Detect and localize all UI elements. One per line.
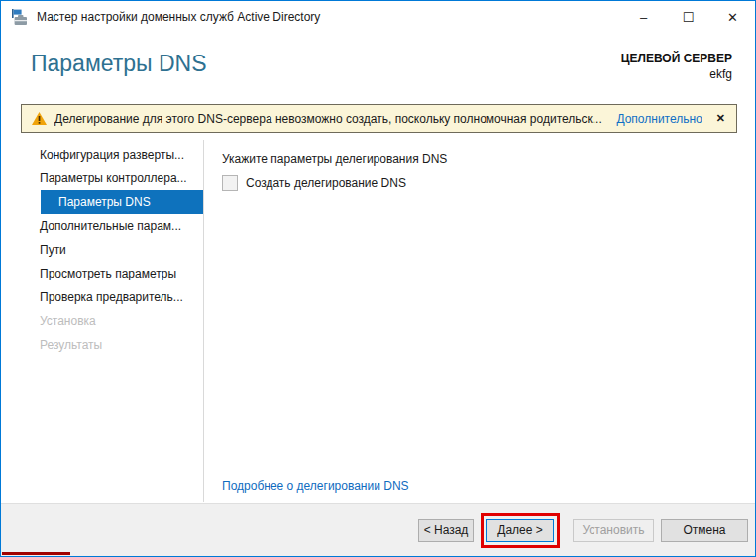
app-icon	[10, 9, 29, 26]
wizard-nav: Конфигурация разверты... Параметры контр…	[1, 140, 204, 502]
maximize-button[interactable]: ☐	[666, 1, 710, 33]
dns-delegation-help-link[interactable]: Подробнее о делегировании DNS	[222, 479, 409, 493]
warning-more-link[interactable]: Дополнительно	[616, 112, 702, 126]
create-dns-delegation-checkbox	[222, 175, 238, 191]
window-title: Мастер настройки доменных служб Active D…	[37, 10, 320, 24]
window-controls: – ☐ ✕	[621, 1, 755, 33]
instruction-text: Укажите параметры делегирования DNS	[222, 152, 447, 166]
target-server-block: ЦЕЛЕВОЙ СЕРВЕР ekfg	[621, 51, 732, 82]
red-line-artifact	[2, 552, 70, 555]
install-button: Установить	[573, 519, 654, 542]
create-dns-delegation-row: Создать делегирование DNS	[222, 175, 406, 191]
red-annotation-box: Далее >	[481, 513, 560, 548]
nav-item-deployment-configuration[interactable]: Конфигурация разверты...	[1, 143, 203, 167]
nav-item-results: Результаты	[1, 333, 203, 357]
target-server-label: ЦЕЛЕВОЙ СЕРВЕР	[621, 51, 732, 66]
warning-message: Делегирование для этого DNS-сервера нево…	[54, 112, 610, 126]
nav-item-additional-options[interactable]: Дополнительные парам...	[1, 214, 203, 238]
create-dns-delegation-label: Создать делегирование DNS	[246, 176, 406, 190]
back-button[interactable]: < Назад	[418, 519, 474, 542]
wizard-window: Мастер настройки доменных служб Active D…	[0, 0, 756, 557]
nav-item-domain-controller-options[interactable]: Параметры контроллера...	[1, 167, 203, 190]
cancel-button[interactable]: Отмена	[661, 519, 748, 542]
next-button[interactable]: Далее >	[486, 519, 554, 542]
close-button[interactable]: ✕	[710, 1, 755, 33]
titlebar: Мастер настройки доменных служб Active D…	[1, 1, 755, 33]
warning-banner: Делегирование для этого DNS-сервера нево…	[21, 104, 737, 133]
nav-item-prerequisites-check[interactable]: Проверка предваритель...	[1, 285, 203, 309]
nav-item-dns-options[interactable]: Параметры DNS	[41, 190, 203, 214]
page-title: Параметры DNS	[31, 51, 207, 77]
main-content: Укажите параметры делегирования DNS Созд…	[205, 140, 755, 502]
warning-icon	[32, 112, 47, 125]
warning-close-icon[interactable]: ✕	[716, 112, 725, 125]
nav-item-paths[interactable]: Пути	[1, 238, 203, 262]
footer-bar: < Назад Далее > Установить Отмена	[1, 503, 755, 556]
minimize-button[interactable]: –	[621, 1, 666, 33]
nav-item-review-options[interactable]: Просмотреть параметры	[1, 262, 203, 285]
target-server-name: ekfg	[621, 66, 732, 82]
nav-item-installation: Установка	[1, 309, 203, 333]
